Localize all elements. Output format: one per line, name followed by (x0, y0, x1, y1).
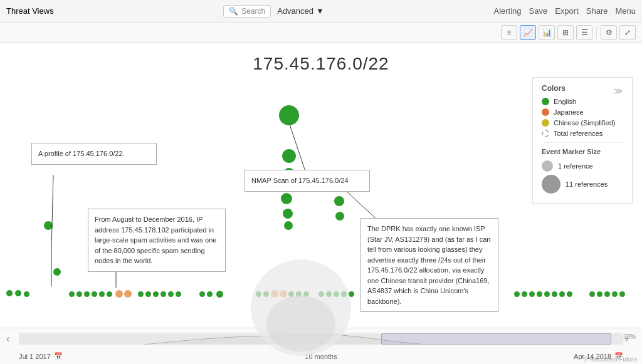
orange-dot-nov[interactable] (271, 290, 278, 298)
grid-view-button[interactable]: ⊞ (557, 25, 574, 40)
small-dot-aug-1[interactable] (69, 291, 75, 297)
small-dot-oct-1[interactable] (199, 291, 205, 297)
chinese-color-dot (542, 119, 549, 127)
expand-button[interactable]: ⤢ (619, 25, 636, 40)
alerting-link[interactable]: Alerting (493, 6, 521, 16)
english-label: English (554, 98, 576, 105)
small-size-label: 1 reference (558, 162, 593, 170)
small-dot-mar-7[interactable] (559, 291, 565, 297)
total-ref-dash (542, 130, 549, 137)
line-chart-button[interactable]: 📈 (520, 25, 536, 40)
scroll-right-arrow[interactable]: › (625, 333, 628, 345)
share-link[interactable]: Share (586, 6, 608, 16)
bar-chart-button[interactable]: 📊 (539, 25, 555, 40)
small-dot-2[interactable] (15, 290, 21, 296)
dot-aug-low[interactable] (53, 268, 61, 276)
dot-nov-3[interactable] (281, 193, 292, 204)
tooltip-3: NMAP Scan of 175.45.176.0/24 (245, 170, 370, 192)
small-dot-sep-1[interactable] (138, 291, 144, 297)
chart-title: 175.45.176.0/22 (0, 43, 642, 74)
small-dot-sep-4[interactable] (160, 291, 166, 297)
duration-label: 10 months (305, 353, 337, 360)
dot-jul-mid[interactable] (44, 221, 53, 230)
search-placeholder: Search (241, 7, 265, 16)
small-dot-dec-b1[interactable] (318, 291, 324, 297)
dot-nov-5[interactable] (284, 221, 293, 230)
japanese-color-dot (542, 108, 549, 116)
tooltip-1: A profile of 175.45.176.0/22. (31, 143, 157, 165)
small-dot-aug-6[interactable] (107, 291, 112, 297)
chinese-label: Chinese (Simplified) (554, 119, 615, 127)
small-dot-nov-b1[interactable] (256, 291, 261, 297)
small-dot-apr-4[interactable] (612, 291, 618, 297)
dot-dec-3[interactable] (335, 212, 344, 221)
tooltip-2: From August to December 2016, IP address… (88, 209, 226, 272)
svg-line-2 (51, 175, 53, 249)
size-title: Event Marker Size (542, 148, 623, 155)
advanced-button[interactable]: Advanced ▼ (277, 6, 324, 16)
small-dot-nov-b3[interactable] (288, 291, 294, 297)
small-size-circle (542, 160, 553, 172)
small-dot-mar-5[interactable] (544, 291, 550, 297)
settings-button[interactable]: ⚙ (601, 25, 617, 40)
advanced-label: Advanced (277, 6, 313, 16)
small-dot-mar-3[interactable] (529, 291, 535, 297)
small-dot-apr-5[interactable] (619, 291, 625, 297)
small-dot-apr-2[interactable] (597, 291, 603, 297)
dot-dec-2[interactable] (334, 196, 344, 206)
scroll-thumb[interactable] (381, 333, 611, 345)
small-dot-dec-b3[interactable] (334, 291, 339, 297)
small-dot-oct-2[interactable] (207, 291, 213, 297)
english-color-dot (542, 98, 549, 105)
small-dot-apr-3[interactable] (604, 291, 610, 297)
orange-dot-aug-2[interactable] (124, 290, 132, 298)
legend-collapse-icon[interactable]: ≫ (614, 86, 623, 96)
small-dot-mar-6[interactable] (552, 291, 557, 297)
chevron-down-icon: ▼ (316, 6, 324, 16)
small-dot-nov-b2[interactable] (263, 291, 269, 297)
small-dot-dec-b5[interactable] (349, 291, 354, 297)
small-dot-mar-4[interactable] (537, 291, 542, 297)
small-dot-aug-3[interactable] (84, 291, 90, 297)
small-dot-sep-3[interactable] (153, 291, 159, 297)
small-dot-sep-2[interactable] (145, 291, 151, 297)
small-dot-aug-5[interactable] (99, 291, 105, 297)
small-dot-dec-b2[interactable] (326, 291, 332, 297)
dot-nov-4[interactable] (283, 209, 293, 219)
search-box[interactable]: 🔍 Search (223, 5, 271, 18)
app-title: Threat Views (6, 6, 54, 16)
mid-dot-nov-1[interactable] (282, 149, 296, 163)
small-dot-dec-b4[interactable] (341, 291, 347, 297)
small-dot-nov-b4[interactable] (296, 291, 302, 297)
small-dot-mar[interactable] (514, 291, 520, 297)
menu-link[interactable]: Menu (615, 6, 636, 16)
small-dot-apr-1[interactable] (589, 291, 595, 297)
small-dot-3[interactable] (24, 291, 29, 297)
legend-panel: Colors ≫ English Japanese Chinese (Simpl… (532, 77, 633, 204)
small-dot-1[interactable] (6, 290, 13, 296)
table-view-button[interactable]: ≡ (501, 25, 517, 40)
small-dot-mar-8[interactable] (567, 291, 572, 297)
mid-dot-oct[interactable] (216, 291, 223, 298)
orange-dot-nov-2[interactable] (280, 290, 287, 298)
legend-title: Colors (542, 84, 566, 93)
small-dot-sep-6[interactable] (176, 291, 181, 297)
small-dot-aug-2[interactable] (76, 291, 82, 297)
scroll-left-arrow[interactable]: ‹ (6, 333, 9, 345)
large-size-circle (542, 175, 560, 194)
large-size-label: 11 references (566, 180, 608, 188)
small-dot-nov-b5[interactable] (303, 291, 309, 297)
small-dot-aug-4[interactable] (92, 291, 97, 297)
search-icon: 🔍 (229, 7, 238, 16)
orange-dot-aug[interactable] (115, 290, 123, 298)
small-dot-sep-5[interactable] (168, 291, 174, 297)
small-dot-mar-2[interactable] (522, 291, 527, 297)
tooltip-4: The DPRK has exactly one known ISP (Star… (360, 218, 498, 312)
start-date-badge: Jul 1 2017 📅 (19, 352, 63, 360)
total-ref-label: Total references (554, 130, 603, 137)
copyright: © Recorded Future (584, 356, 637, 363)
list-view-button[interactable]: ☰ (576, 25, 592, 40)
large-dot-nov-top[interactable] (279, 105, 299, 125)
export-link[interactable]: Export (555, 6, 579, 16)
save-link[interactable]: Save (529, 6, 548, 16)
